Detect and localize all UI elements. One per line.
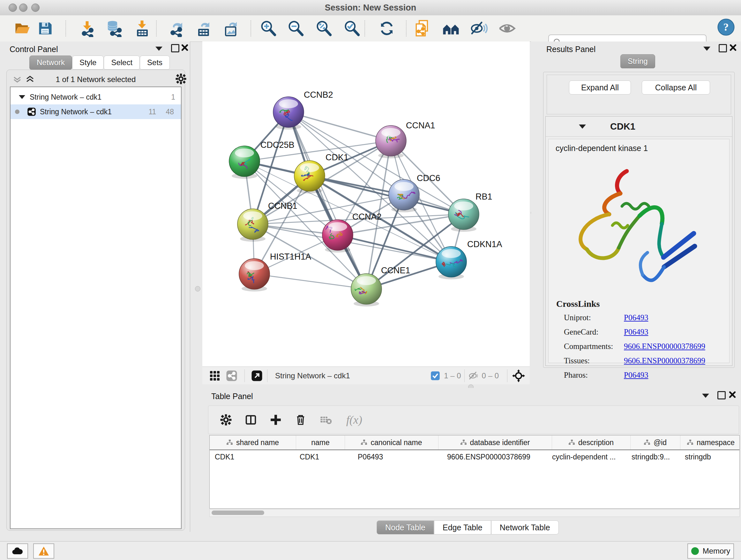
tab-network[interactable]: Network — [29, 56, 72, 70]
node-CDC6[interactable] — [389, 179, 419, 212]
edge-CCNA2-CDKN1A[interactable] — [338, 235, 451, 262]
panel-close-icon[interactable] — [729, 391, 736, 398]
export-network-to-file-icon[interactable] — [167, 19, 186, 38]
save-session-icon[interactable] — [36, 19, 54, 38]
node-CCNB1[interactable] — [238, 209, 268, 242]
node-CCNE1[interactable] — [351, 273, 382, 307]
title-bar: Session: New Session — [0, 0, 741, 16]
panel-float-icon[interactable] — [719, 44, 727, 52]
cdk1-section-header[interactable]: CDK1 — [546, 117, 732, 137]
table-cell[interactable]: stringdb — [678, 450, 739, 463]
show-columns-icon[interactable] — [245, 414, 257, 426]
section-collapse-icon[interactable] — [579, 125, 586, 129]
selected-checkbox-icon[interactable] — [430, 371, 440, 381]
node-CDC25B[interactable] — [229, 146, 260, 179]
string-protein-query-icon[interactable] — [442, 19, 460, 38]
node-table[interactable]: shared namenamecanonical namedatabase id… — [209, 435, 740, 509]
export-image-icon[interactable] — [222, 19, 241, 38]
tab-style[interactable]: Style — [72, 56, 104, 70]
table-cell[interactable]: P06493 — [344, 450, 437, 463]
enable-glass-ball-effect-icon[interactable] — [470, 19, 488, 38]
column-header-id[interactable]: @id — [630, 435, 680, 449]
network-collection-row[interactable]: String Network – cdk1 1 — [10, 90, 181, 105]
open-session-icon[interactable] — [13, 19, 31, 38]
table-horizontal-scrollbar[interactable] — [209, 509, 740, 517]
help-icon[interactable]: ? — [717, 18, 735, 37]
tab-edge-table[interactable]: Edge Table — [434, 520, 491, 535]
collapse-all-button[interactable]: Collapse All — [642, 80, 710, 95]
edge-CCNB2-CCNE1[interactable] — [288, 112, 366, 289]
panel-float-icon[interactable] — [171, 44, 179, 52]
export-table-to-file-icon[interactable] — [195, 19, 213, 38]
zoom-fit-content-icon[interactable] — [315, 19, 333, 38]
node-RB1[interactable] — [448, 199, 479, 232]
panel-menu-icon[interactable] — [703, 47, 711, 51]
create-column-icon[interactable] — [270, 414, 282, 426]
column-header-sharedname[interactable]: shared name — [210, 435, 296, 449]
show-graphics-details-icon[interactable] — [498, 19, 516, 38]
import-network-from-file-icon[interactable] — [78, 19, 96, 38]
delete-column-icon[interactable] — [294, 414, 307, 426]
column-header-namespace[interactable]: namespace — [680, 435, 740, 449]
import-network-from-database-icon[interactable] — [105, 19, 123, 38]
grid-view-icon[interactable] — [209, 370, 220, 381]
toolbar-separator — [251, 20, 251, 37]
panel-close-icon[interactable] — [181, 44, 188, 51]
table-cell[interactable]: stringdb:9... — [629, 450, 678, 463]
panel-menu-icon[interactable] — [155, 47, 162, 51]
crosslink-link[interactable]: 9606.ENSP00000378699 — [624, 342, 705, 351]
table-cell[interactable]: CDK1 — [296, 450, 344, 463]
crosslink-link[interactable]: 9606.ENSP00000378699 — [624, 356, 705, 365]
tab-node-table[interactable]: Node Table — [377, 520, 434, 535]
collection-expand-icon[interactable] — [19, 95, 25, 99]
apply-preferred-layout-icon[interactable] — [378, 19, 396, 38]
function-builder-icon: f(x) — [346, 413, 362, 427]
column-header-description[interactable]: description — [552, 435, 630, 449]
memory-button[interactable]: Memory — [687, 543, 734, 559]
tab-select[interactable]: Select — [104, 56, 140, 70]
expand-all-button[interactable]: Expand All — [569, 80, 631, 95]
node-CCNA1[interactable] — [376, 125, 406, 159]
table-cell[interactable]: CDK1 — [210, 450, 296, 463]
warnings-button[interactable] — [33, 543, 54, 559]
import-table-from-file-icon[interactable] — [133, 19, 151, 38]
column-header-canonicalname[interactable]: canonical name — [345, 435, 439, 449]
table-row[interactable]: CDK1CDK1P064939606.ENSP00000378699cyclin… — [210, 450, 739, 463]
table-options-gear-icon[interactable] — [220, 414, 232, 426]
tab-string[interactable]: String — [620, 54, 655, 68]
network-overview-icon[interactable] — [226, 370, 238, 381]
network-options-gear-icon[interactable] — [175, 73, 187, 84]
crosslink-label: Uniprot: — [564, 313, 591, 322]
column-header-name[interactable]: name — [296, 435, 345, 449]
crosslink-link[interactable]: P06493 — [624, 327, 648, 336]
panel-menu-icon[interactable] — [702, 394, 709, 398]
clone-network-icon[interactable] — [413, 19, 431, 38]
network-row-selected[interactable]: String Network – cdk1 11 48 — [10, 105, 181, 119]
detach-view-icon[interactable] — [251, 370, 263, 381]
edge-HIST1H1A-CCNE1[interactable] — [254, 274, 366, 289]
crosslink-link[interactable]: P06493 — [624, 313, 648, 322]
table-cell[interactable]: cyclin-dependent ... — [551, 450, 629, 463]
column-header-databaseidentifier[interactable]: database identifier — [439, 435, 552, 449]
panel-float-icon[interactable] — [718, 391, 726, 399]
splitter-grip[interactable] — [195, 286, 200, 292]
tab-network-table[interactable]: Network Table — [491, 520, 559, 535]
zoom-selected-icon[interactable] — [343, 19, 361, 38]
cloud-status-button[interactable] — [7, 543, 28, 559]
zoom-in-icon[interactable] — [259, 19, 278, 38]
panel-close-icon[interactable] — [730, 44, 737, 51]
scrollbar-thumb[interactable] — [212, 510, 264, 515]
network-canvas[interactable]: CCNB2CCNA1CDC25BCDK1CDC6RB1CCNB1CCNA2CDK… — [202, 42, 530, 367]
toolbar-separator — [464, 369, 465, 382]
node-CDK1[interactable] — [294, 161, 325, 193]
crosslink-label: Tissues: — [564, 356, 590, 365]
tab-sets[interactable]: Sets — [140, 56, 170, 70]
pan-crosshair-icon[interactable] — [512, 369, 525, 382]
crosslink-link[interactable]: P06493 — [624, 371, 648, 380]
node-HIST1H1A[interactable] — [239, 259, 270, 292]
network-list-container: 1 of 1 Network selected String Network –… — [6, 70, 185, 531]
network-edges[interactable] — [245, 112, 464, 289]
node-CDKN1A[interactable] — [436, 246, 467, 279]
table-cell[interactable]: 9606.ENSP00000378699 — [437, 450, 551, 463]
zoom-out-icon[interactable] — [286, 19, 305, 38]
